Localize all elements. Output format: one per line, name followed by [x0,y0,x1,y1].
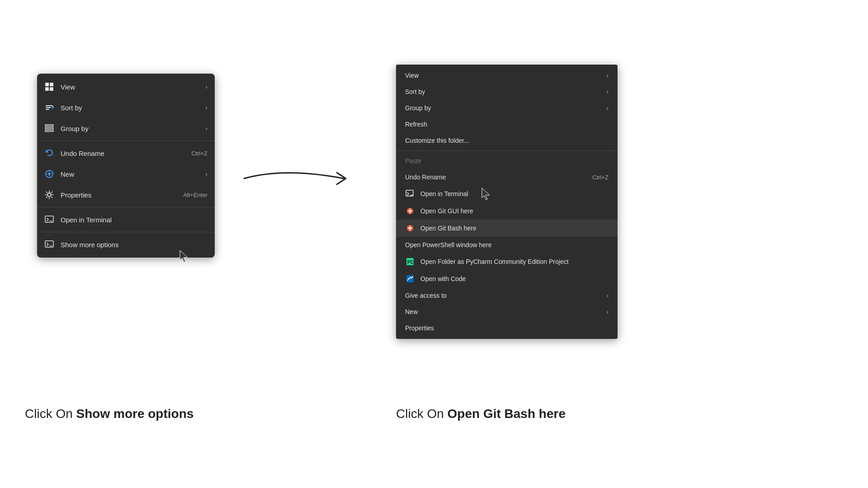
vscode-label: Open with Code [420,275,609,282]
open-terminal-label: Open in Terminal [61,216,208,224]
svg-rect-16 [406,275,414,282]
undo-icon [44,148,54,158]
undo-rename-shortcut: Ctrl+Z [191,150,208,157]
right-menu-sort-by[interactable]: Sort by › [396,84,618,100]
give-access-arrow: › [606,292,609,299]
bottom-right-prefix: Click On [396,407,448,421]
right-new-label: New [405,308,601,315]
bottom-label-right: Click On Open Git Bash here [396,407,566,421]
left-menu-group-label: Group by [61,125,199,132]
powershell-label: Open PowerShell window here [405,241,609,249]
svg-point-8 [47,193,51,197]
git-bash-label: Open Git Bash here [420,225,609,232]
left-menu-new[interactable]: New › [37,164,215,184]
sort-arrow: › [205,104,208,111]
svg-text:PC: PC [407,260,414,265]
pycharm-label: Open Folder as PyCharm Community Edition… [420,258,609,265]
new-label: New [61,170,199,178]
svg-rect-6 [45,130,53,131]
show-more-label: Show more options [61,241,208,249]
group-icon [44,123,54,133]
right-view-arrow: › [606,72,609,79]
right-context-menu: View › Sort by › Group by › Refresh Cust… [396,65,618,339]
left-context-menu: View › Sort by › Group by › [37,74,215,258]
right-group-label: Group by [405,104,601,112]
right-new-arrow: › [606,308,609,315]
left-menu-sort-by[interactable]: Sort by › [37,97,215,118]
svg-rect-9 [45,216,53,222]
right-menu-powershell[interactable]: Open PowerShell window here [396,237,618,253]
left-menu-group-by[interactable]: Group by › [37,118,215,139]
give-access-label: Give access to [405,292,601,299]
sort-icon [44,103,54,113]
right-group-arrow: › [606,104,609,112]
show-more-icon [44,239,54,249]
git-gui-icon [405,206,415,216]
view-arrow: › [205,83,208,90]
right-paste-label: Paste [405,157,609,164]
left-menu-open-terminal[interactable]: Open in Terminal [37,209,215,230]
git-bash-icon [405,223,415,233]
terminal-icon [44,215,54,225]
svg-rect-2 [45,87,49,91]
bottom-left-prefix: Click On [25,407,76,421]
left-menu-undo-rename[interactable]: Undo Rename Ctrl+Z [37,143,215,164]
pycharm-icon: PC [405,257,415,267]
right-menu-pycharm[interactable]: PC Open Folder as PyCharm Community Edit… [396,253,618,270]
left-menu-sort-label: Sort by [61,104,199,112]
right-customize-label: Customize this folder... [405,137,609,144]
svg-rect-3 [50,87,53,91]
right-menu-properties[interactable]: Properties [396,320,618,336]
new-icon [44,169,54,179]
right-menu-vscode[interactable]: Open with Code [396,270,618,287]
properties-icon [44,190,54,200]
right-menu-git-gui[interactable]: Open Git GUI here [396,202,618,220]
right-terminal-icon [405,189,415,199]
right-undo-shortcut: Ctrl+Z [592,174,609,181]
properties-shortcut: Alt+Enter [183,192,208,198]
right-undo-label: Undo Rename [405,174,587,181]
bottom-label-left: Click On Show more options [25,407,193,421]
bottom-left-bold: Show more options [76,407,194,421]
right-menu-give-access[interactable]: Give access to › [396,287,618,304]
vscode-icon [405,274,415,284]
svg-rect-1 [50,83,53,86]
svg-rect-0 [45,83,49,86]
divider-1 [37,141,215,141]
left-menu-properties[interactable]: Properties Alt+Enter [37,184,215,205]
divider-3 [37,232,215,232]
divider-2 [37,207,215,207]
right-refresh-label: Refresh [405,121,609,128]
bottom-right-bold: Open Git Bash here [448,407,566,421]
right-menu-paste[interactable]: Paste [396,153,618,169]
right-divider-1 [396,150,618,151]
right-menu-group-by[interactable]: Group by › [396,100,618,116]
view-icon [44,82,54,92]
cursor-right [481,187,491,202]
right-menu-open-terminal[interactable]: Open in Terminal [396,185,618,202]
right-menu-refresh[interactable]: Refresh [396,116,618,132]
right-menu-new[interactable]: New › [396,304,618,320]
left-menu-view-label: View [61,83,199,91]
undo-rename-label: Undo Rename [61,150,185,157]
git-gui-label: Open Git GUI here [420,207,609,215]
arrow-indicator [240,163,384,190]
svg-rect-10 [45,241,53,247]
right-menu-view[interactable]: View › [396,67,618,84]
new-arrow: › [205,170,208,178]
properties-label: Properties [61,191,177,199]
group-arrow: › [205,125,208,132]
right-view-label: View [405,72,601,79]
right-menu-git-bash[interactable]: Open Git Bash here [396,220,618,237]
left-menu-view[interactable]: View › [37,76,215,97]
cursor-left [179,249,189,265]
right-menu-customize[interactable]: Customize this folder... [396,132,618,149]
right-menu-undo-rename[interactable]: Undo Rename Ctrl+Z [396,169,618,185]
right-properties-label: Properties [405,324,609,332]
right-terminal-label: Open in Terminal [420,190,609,197]
svg-rect-5 [45,127,53,129]
right-sort-label: Sort by [405,88,601,95]
right-sort-arrow: › [606,88,609,95]
svg-rect-4 [45,125,53,126]
